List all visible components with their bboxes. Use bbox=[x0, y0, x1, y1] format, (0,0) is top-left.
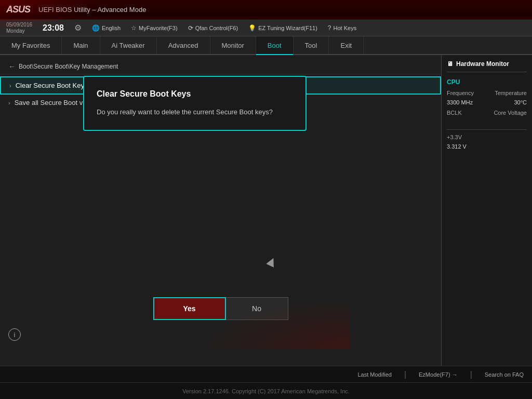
dialog-title: Clear Secure Boot Keys bbox=[97, 89, 293, 99]
voltage-plus-label: +3.3V bbox=[447, 134, 462, 140]
copyright-text: Version 2.17.1246. Copyright (C) 2017 Am… bbox=[0, 383, 532, 399]
language-icon: 🌐 bbox=[92, 24, 100, 32]
myfavorite-label: MyFavorite(F3) bbox=[139, 25, 178, 31]
cpu-section-title: CPU bbox=[447, 78, 527, 86]
tab-exit[interactable]: Exit bbox=[329, 36, 364, 54]
ez-mode-link[interactable]: EzMode(F7) → bbox=[419, 371, 458, 378]
ez-mode-label: EzMode(F7) bbox=[419, 371, 450, 378]
frequency-row: Frequency Temperature bbox=[447, 90, 527, 96]
tab-boot[interactable]: Boot bbox=[256, 36, 294, 55]
bclk-row: BCLK Core Voltage bbox=[447, 110, 527, 116]
bottom-separator-2: | bbox=[470, 370, 472, 379]
toolbar-hotkeys[interactable]: ? Hot Keys bbox=[328, 24, 356, 32]
myfavorite-icon: ☆ bbox=[131, 24, 137, 32]
hw-monitor-title: 🖥 Hardware Monitor bbox=[447, 60, 527, 72]
hw-monitor-label: Hardware Monitor bbox=[456, 60, 509, 68]
ez-mode-icon: → bbox=[452, 371, 458, 378]
dialog-overlay: Clear Secure Boot Keys Do you really wan… bbox=[0, 55, 441, 382]
voltage-label-row: +3.3V bbox=[447, 134, 527, 140]
frequency-value-row: 3300 MHz 30°C bbox=[447, 99, 527, 105]
tab-my-favorites[interactable]: My Favorites bbox=[0, 36, 62, 54]
voltage-value: 3.312 V bbox=[447, 143, 467, 150]
voltage-value-row: 3.312 V bbox=[447, 143, 527, 150]
language-label: English bbox=[102, 25, 121, 31]
date-display: 05/09/2016 bbox=[6, 22, 32, 28]
info-icon[interactable]: i bbox=[8, 328, 21, 341]
core-voltage-label: Core Voltage bbox=[494, 110, 527, 116]
main-content: ← Boot\Secure Boot\Key Management › Clea… bbox=[0, 55, 441, 382]
datetime: 05/09/2016 Monday bbox=[6, 22, 32, 34]
qfan-label: Qfan Control(F6) bbox=[195, 25, 238, 31]
tab-ai-tweaker[interactable]: Ai Tweaker bbox=[100, 36, 157, 54]
hotkeys-icon: ? bbox=[328, 24, 331, 32]
voltage-section: +3.3V 3.312 V bbox=[447, 129, 527, 150]
frequency-label: Frequency bbox=[447, 90, 474, 96]
frequency-value: 3300 MHz bbox=[447, 99, 473, 105]
hw-monitor-icon: 🖥 bbox=[447, 60, 453, 68]
day-display: Monday bbox=[6, 28, 32, 34]
tab-monitor[interactable]: Monitor bbox=[210, 36, 256, 54]
toolbar-myfavorite[interactable]: ☆ MyFavorite(F3) bbox=[131, 24, 178, 32]
nav-tabs: My Favorites Main Ai Tweaker Advanced Mo… bbox=[0, 36, 532, 55]
header-bar: ASUS UEFI BIOS Utility – Advanced Mode bbox=[0, 0, 532, 20]
dialog-buttons: Yes No bbox=[153, 297, 288, 320]
toolbar-language[interactable]: 🌐 English bbox=[92, 24, 121, 32]
toolbar-eztuning[interactable]: 💡 EZ Tuning Wizard(F11) bbox=[248, 24, 317, 32]
search-faq-link[interactable]: Search on FAQ bbox=[485, 371, 524, 378]
yes-button[interactable]: Yes bbox=[153, 297, 226, 320]
confirm-dialog: Clear Secure Boot Keys Do you really wan… bbox=[83, 76, 307, 131]
tab-main[interactable]: Main bbox=[62, 36, 100, 54]
dialog-message: Do you really want to delete the current… bbox=[97, 107, 293, 117]
eztuning-label: EZ Tuning Wizard(F11) bbox=[258, 25, 317, 31]
no-button[interactable]: No bbox=[226, 297, 288, 320]
hardware-monitor-panel: 🖥 Hardware Monitor CPU Frequency Tempera… bbox=[441, 55, 532, 382]
main-layout: ← Boot\Secure Boot\Key Management › Clea… bbox=[0, 55, 532, 382]
qfan-icon: ⟳ bbox=[188, 24, 193, 32]
bottom-separator-1: | bbox=[404, 370, 406, 379]
clock-display: 23:08 bbox=[43, 23, 64, 33]
temperature-label: Temperature bbox=[495, 90, 527, 96]
settings-icon[interactable]: ⚙ bbox=[74, 23, 82, 33]
temperature-value: 30°C bbox=[514, 99, 527, 105]
bclk-label: BCLK bbox=[447, 110, 462, 116]
tab-advanced[interactable]: Advanced bbox=[157, 36, 210, 54]
tab-tool[interactable]: Tool bbox=[294, 36, 329, 54]
eztuning-icon: 💡 bbox=[248, 24, 256, 32]
toolbar: 05/09/2016 Monday 23:08 ⚙ 🌐 English ☆ My… bbox=[0, 20, 532, 36]
asus-logo: ASUS bbox=[6, 4, 30, 15]
hotkeys-label: Hot Keys bbox=[334, 25, 357, 31]
bottom-top: Last Modified | EzMode(F7) → | Search on… bbox=[0, 366, 532, 383]
bottom-bar: Last Modified | EzMode(F7) → | Search on… bbox=[0, 366, 532, 399]
bios-title: UEFI BIOS Utility – Advanced Mode bbox=[38, 6, 526, 14]
toolbar-qfan[interactable]: ⟳ Qfan Control(F6) bbox=[188, 24, 238, 32]
last-modified-link[interactable]: Last Modified bbox=[357, 371, 391, 378]
